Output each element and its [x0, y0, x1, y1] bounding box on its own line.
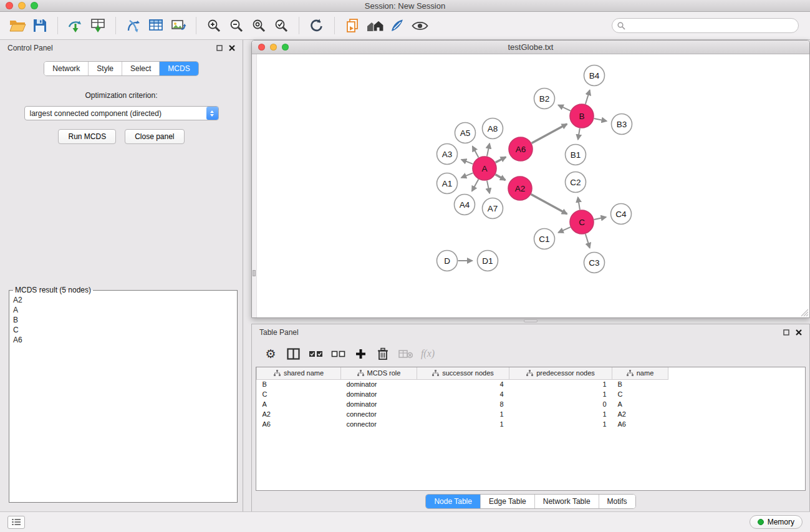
network-graph[interactable]: B4B2BB3A8A5A6B1A3AC2A1A2A4A7C4CC1C3DD1: [257, 54, 809, 317]
delete-table-button[interactable]: [395, 344, 415, 364]
column-header-successor-nodes[interactable]: successor nodes: [417, 367, 509, 379]
table-cell[interactable]: dominator: [341, 389, 417, 399]
tab-network[interactable]: Network: [44, 62, 89, 75]
table-cell[interactable]: B: [612, 379, 668, 389]
graph-edge-C-C4[interactable]: [594, 217, 606, 220]
mcds-result-item[interactable]: B: [12, 315, 234, 325]
tab-edge-table[interactable]: Edge Table: [481, 495, 535, 508]
table-cell[interactable]: A6: [612, 419, 668, 429]
minimize-view-icon[interactable]: [270, 44, 277, 51]
style-button[interactable]: [386, 14, 408, 37]
resize-grip-icon[interactable]: [801, 309, 809, 317]
graph-edge-B-B4[interactable]: [586, 90, 590, 104]
table-cell[interactable]: A2: [612, 409, 668, 419]
close-panel-tab-button[interactable]: Close panel: [125, 129, 184, 144]
add-row-button[interactable]: [350, 344, 370, 364]
graph-edge-A-A3[interactable]: [461, 160, 473, 164]
refresh-button[interactable]: [306, 14, 328, 37]
table-cell[interactable]: 1: [509, 389, 612, 399]
graph-node-B4[interactable]: B4: [584, 65, 605, 86]
zoom-fit-button[interactable]: [248, 14, 270, 37]
sort-icon[interactable]: [357, 370, 364, 376]
tab-network-table[interactable]: Network Table: [535, 495, 599, 508]
network-canvas[interactable]: B4B2BB3A8A5A6B1A3AC2A1A2A4A7C4CC1C3DD1: [252, 54, 809, 317]
table-cell[interactable]: 1: [509, 379, 612, 389]
table-cell[interactable]: 1: [509, 409, 612, 419]
search-input[interactable]: [612, 18, 799, 33]
graph-edge-A-A6[interactable]: [496, 157, 506, 163]
graph-edge-A2-C[interactable]: [531, 195, 567, 214]
tab-style[interactable]: Style: [89, 62, 122, 75]
table-cell[interactable]: dominator: [341, 399, 417, 409]
memory-button[interactable]: Memory: [750, 515, 803, 529]
table-row[interactable]: A6connector11A6: [257, 419, 806, 429]
table-cell[interactable]: 4: [417, 389, 509, 399]
minimize-window-icon[interactable]: [18, 2, 26, 9]
graph-edge-A-A1[interactable]: [461, 173, 473, 177]
graph-node-C3[interactable]: C3: [584, 253, 605, 273]
mcds-result-item[interactable]: A: [12, 305, 234, 315]
export-image-button[interactable]: [167, 14, 190, 37]
graph-node-B3[interactable]: B3: [612, 114, 632, 135]
graph-node-C1[interactable]: C1: [534, 229, 555, 249]
birdseye-splitter[interactable]: [252, 54, 257, 317]
graph-node-C[interactable]: C: [570, 210, 594, 234]
optimization-criterion-select[interactable]: largest connected component (directed): [24, 106, 219, 120]
graph-node-B2[interactable]: B2: [534, 89, 555, 109]
new-network-button[interactable]: [122, 14, 145, 37]
graph-node-B1[interactable]: B1: [566, 145, 586, 165]
maximize-view-icon[interactable]: [282, 44, 289, 51]
float-panel-button[interactable]: [216, 45, 223, 51]
horizontal-splitter[interactable]: [251, 318, 810, 324]
graph-edge-A-A7[interactable]: [487, 181, 489, 193]
tab-node-table[interactable]: Node Table: [426, 495, 481, 508]
sort-icon[interactable]: [526, 370, 533, 376]
splitter-handle[interactable]: [253, 270, 256, 276]
table-cell[interactable]: 4: [417, 379, 509, 389]
mcds-result-item[interactable]: C: [12, 325, 234, 335]
function-builder-button[interactable]: f(x): [418, 344, 438, 364]
table-cell[interactable]: A: [612, 399, 668, 409]
show-columns-button[interactable]: [283, 344, 303, 364]
column-header-predecessor-nodes[interactable]: predecessor nodes: [509, 367, 612, 379]
table-cell[interactable]: connector: [341, 409, 417, 419]
home-button[interactable]: [364, 14, 386, 37]
graph-edge-A-A4[interactable]: [472, 180, 479, 191]
close-panel-button[interactable]: [229, 45, 235, 51]
graph-node-B[interactable]: B: [570, 104, 594, 128]
table-cell[interactable]: B: [257, 379, 341, 389]
table-cell[interactable]: A: [257, 399, 341, 409]
table-row[interactable]: A2connector11A2: [257, 409, 806, 419]
table-options-button[interactable]: ⚙: [261, 344, 281, 364]
graph-node-A3[interactable]: A3: [437, 144, 458, 165]
zoom-selected-button[interactable]: [270, 14, 292, 37]
graph-node-A6[interactable]: A6: [509, 137, 533, 161]
sort-icon[interactable]: [627, 370, 634, 376]
graph-edge-C-C3[interactable]: [586, 234, 590, 248]
table-cell[interactable]: 1: [417, 419, 509, 429]
graph-edge-C-C1[interactable]: [558, 227, 570, 233]
graph-edge-A-A5[interactable]: [473, 147, 479, 158]
open-file-button[interactable]: [6, 14, 29, 37]
show-panels-button[interactable]: [7, 516, 25, 529]
graph-edge-A-A8[interactable]: [487, 143, 489, 156]
table-row[interactable]: Cdominator41C: [257, 389, 806, 399]
graph-node-A7[interactable]: A7: [483, 198, 503, 219]
save-session-button[interactable]: [29, 14, 51, 37]
sort-icon[interactable]: [274, 370, 281, 376]
select-all-button[interactable]: [306, 344, 325, 364]
import-network-button[interactable]: [64, 14, 87, 37]
graph-node-A5[interactable]: A5: [455, 123, 476, 143]
copy-document-button[interactable]: [341, 14, 364, 37]
maximize-window-icon[interactable]: [31, 2, 38, 9]
table-cell[interactable]: A6: [257, 419, 341, 429]
close-window-icon[interactable]: [6, 2, 13, 9]
tab-select[interactable]: Select: [122, 62, 160, 75]
show-hide-button[interactable]: [408, 14, 431, 37]
table-cell[interactable]: 0: [509, 399, 612, 409]
graph-node-D1[interactable]: D1: [478, 251, 498, 271]
column-header-shared-name[interactable]: shared name: [257, 367, 341, 379]
graph-node-A2[interactable]: A2: [508, 177, 532, 200]
table-row[interactable]: Bdominator41B: [257, 379, 806, 389]
column-header-name[interactable]: name: [612, 367, 668, 379]
